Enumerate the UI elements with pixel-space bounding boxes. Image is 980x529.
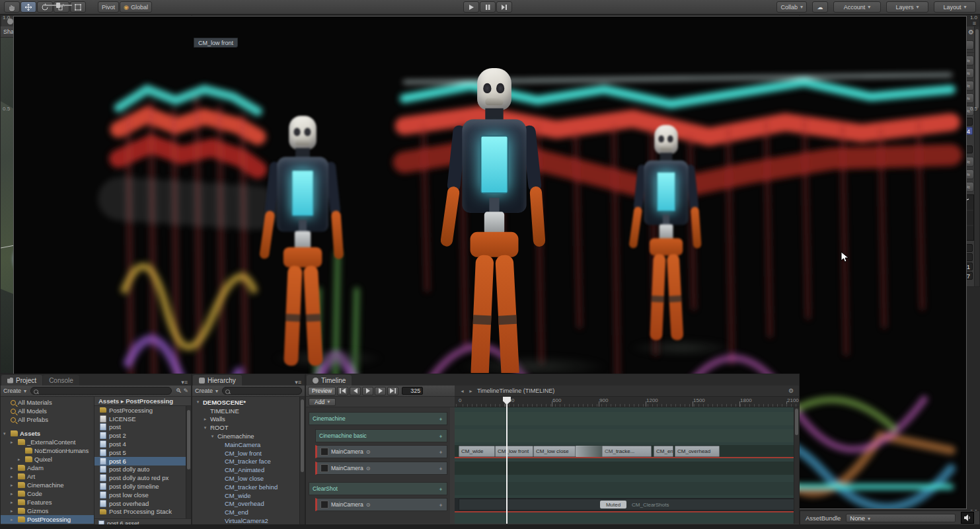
tab-timeline[interactable]: Timeline bbox=[307, 375, 352, 386]
project-folder-item[interactable]: ▸Quixel bbox=[1, 455, 94, 464]
hierarchy-item[interactable]: CM_low close bbox=[192, 474, 305, 483]
hierarchy-create-dropdown[interactable]: Create bbox=[195, 387, 218, 394]
project-asset-item[interactable]: post dolly auto bbox=[94, 466, 191, 474]
project-asset-item[interactable]: post low close bbox=[94, 491, 191, 499]
project-asset-item[interactable]: post 2 bbox=[94, 431, 191, 440]
project-folder-item[interactable]: NoEmotionHumans bbox=[1, 446, 94, 455]
project-asset-item[interactable]: post 5 bbox=[94, 448, 191, 457]
next-frame-button[interactable] bbox=[375, 387, 386, 395]
timeline-track-row[interactable]: MainCamera⊙＋ bbox=[315, 445, 447, 458]
go-to-start-button[interactable] bbox=[337, 387, 348, 395]
account-button[interactable]: Account bbox=[833, 1, 881, 13]
rect-tool-button[interactable] bbox=[70, 1, 86, 13]
project-favorite-item[interactable]: All Models bbox=[1, 407, 94, 415]
hierarchy-item[interactable]: MainCamera bbox=[192, 440, 305, 449]
project-asset-item[interactable]: PostProcessing bbox=[94, 406, 191, 415]
project-asset-item[interactable]: post 6 bbox=[94, 457, 191, 466]
play-button[interactable] bbox=[463, 1, 479, 13]
hierarchy-item[interactable]: CM_wide bbox=[192, 491, 305, 500]
project-panel-menu[interactable]: ▾≡ bbox=[178, 379, 191, 386]
hierarchy-item[interactable]: ▾DEMOSCENE* bbox=[192, 398, 305, 407]
timeline-track-row[interactable]: MainCamera⊙＋ bbox=[315, 498, 447, 511]
timeline-scrollbar[interactable] bbox=[794, 407, 799, 524]
tab-project[interactable]: Project bbox=[1, 375, 42, 386]
timeline-clip[interactable]: CM_wide bbox=[459, 446, 495, 457]
hierarchy-item[interactable]: CM_low front bbox=[192, 449, 305, 458]
project-asset-item[interactable]: Post Processing Stack bbox=[94, 508, 191, 516]
pivot-toggle-button[interactable]: Pivot bbox=[98, 1, 119, 13]
project-folder-item[interactable]: ▸Art bbox=[1, 472, 94, 481]
add-track-button[interactable]: Add bbox=[309, 398, 336, 406]
hierarchy-panel-menu[interactable]: ▾≡ bbox=[291, 379, 305, 386]
project-asset-item[interactable]: post 4 bbox=[94, 440, 191, 448]
hierarchy-item[interactable]: ▸Walls bbox=[192, 415, 305, 424]
timeline-nav-back-icon[interactable]: ◄ bbox=[460, 389, 465, 393]
timeline-track-row[interactable]: ClearShot⊙＋ bbox=[309, 482, 447, 495]
muted-clip[interactable] bbox=[459, 499, 796, 510]
project-folder-item[interactable]: ▸Code bbox=[1, 489, 94, 498]
current-frame-field[interactable]: 325 bbox=[402, 387, 423, 395]
timeline-play-button[interactable] bbox=[362, 387, 373, 395]
previous-frame-button[interactable] bbox=[350, 387, 361, 395]
hierarchy-item[interactable]: CM_end bbox=[192, 508, 305, 516]
rotate-tool-button[interactable] bbox=[37, 1, 53, 13]
project-list-scrollbar[interactable] bbox=[186, 406, 191, 518]
preview-toggle-button[interactable]: Preview bbox=[308, 387, 336, 395]
pan-tool-button[interactable] bbox=[4, 1, 20, 13]
timeline-track-row[interactable]: Cinemachine⊙＋ bbox=[309, 412, 447, 425]
timeline-settings-gear-icon[interactable]: ⚙ bbox=[788, 387, 794, 394]
project-asset-item[interactable]: post bbox=[94, 423, 191, 432]
project-search-input[interactable] bbox=[30, 387, 172, 395]
assetbundle-dropdown[interactable]: None bbox=[846, 514, 956, 522]
hierarchy-scrollbar[interactable] bbox=[299, 397, 305, 528]
timeline-nav-fwd-icon[interactable]: ► bbox=[469, 389, 473, 393]
project-folder-item[interactable]: ▸Features bbox=[1, 498, 94, 507]
go-to-end-button[interactable] bbox=[387, 387, 398, 395]
collab-button[interactable]: Collab bbox=[776, 1, 807, 13]
timeline-clip[interactable]: CM_low front bbox=[495, 446, 533, 457]
timeline-playhead[interactable] bbox=[506, 398, 508, 524]
project-create-dropdown[interactable]: Create bbox=[3, 387, 26, 394]
project-asset-item[interactable]: post dolly timeline bbox=[94, 482, 191, 491]
hierarchy-item[interactable]: ▾Cinemachine bbox=[192, 432, 305, 440]
project-folder-item[interactable]: ▾Assets bbox=[1, 429, 94, 438]
layout-button[interactable]: Layout bbox=[934, 1, 976, 13]
project-folder-item[interactable]: ▸Cinemachine bbox=[1, 481, 94, 489]
cloud-button[interactable]: ☁ bbox=[812, 1, 828, 13]
step-button[interactable] bbox=[496, 1, 512, 13]
inspector-scrollbar[interactable] bbox=[974, 26, 979, 286]
project-folder-item[interactable]: ▸Adam bbox=[1, 464, 94, 472]
hierarchy-item[interactable]: CM_tracker face bbox=[192, 458, 305, 466]
timeline-track-row[interactable]: MainCamera⊙＋ bbox=[315, 462, 447, 475]
hierarchy-item[interactable]: TIMELINE bbox=[192, 407, 305, 415]
pause-button[interactable] bbox=[480, 1, 496, 13]
layers-button[interactable]: Layers bbox=[886, 1, 928, 13]
move-tool-button[interactable] bbox=[20, 1, 36, 13]
hierarchy-item[interactable]: ▾ROOT bbox=[192, 423, 305, 432]
timeline-clip[interactable]: CM_end bbox=[654, 446, 673, 457]
project-asset-item[interactable]: LICENSE bbox=[94, 415, 191, 423]
inspector-panel-menu[interactable]: ≡ bbox=[969, 20, 979, 26]
space-toggle-button[interactable]: ◉Global bbox=[120, 1, 152, 13]
timeline-clip[interactable]: CM_low close bbox=[533, 446, 576, 457]
tab-console[interactable]: Console bbox=[43, 375, 79, 386]
project-favorite-item[interactable]: All Prefabs bbox=[1, 415, 94, 424]
timeline-clip[interactable]: CM_overhead bbox=[675, 446, 720, 457]
monitors-exposure-slider[interactable] bbox=[44, 5, 72, 6]
project-folder-item[interactable]: ▸_ExternalContent bbox=[1, 438, 94, 446]
hierarchy-item[interactable]: CM_tracker behind bbox=[192, 483, 305, 491]
project-favorite-item[interactable]: All Materials bbox=[1, 398, 94, 407]
volume-button[interactable] bbox=[961, 512, 974, 524]
project-asset-item[interactable]: post overhead bbox=[94, 499, 191, 508]
track-thumbnail bbox=[320, 464, 328, 472]
hierarchy-search-input[interactable] bbox=[222, 387, 302, 395]
timeline-track-row[interactable]: Cinemachine basic⊙＋ bbox=[315, 429, 447, 442]
hierarchy-item[interactable]: CM_overhead bbox=[192, 500, 305, 509]
project-folder-item[interactable]: ▸PostProcessing bbox=[1, 515, 94, 524]
timeline-add-row: Add bbox=[306, 397, 455, 407]
project-folder-item[interactable]: ▸Gizmos bbox=[1, 507, 94, 515]
project-search-options[interactable]: 🔍︎ ✎ bbox=[176, 387, 188, 394]
project-asset-item[interactable]: post dolly auto red px bbox=[94, 473, 191, 482]
hierarchy-item[interactable]: CM_Animated bbox=[192, 466, 305, 474]
tab-hierarchy[interactable]: Hierarchy bbox=[193, 375, 242, 386]
